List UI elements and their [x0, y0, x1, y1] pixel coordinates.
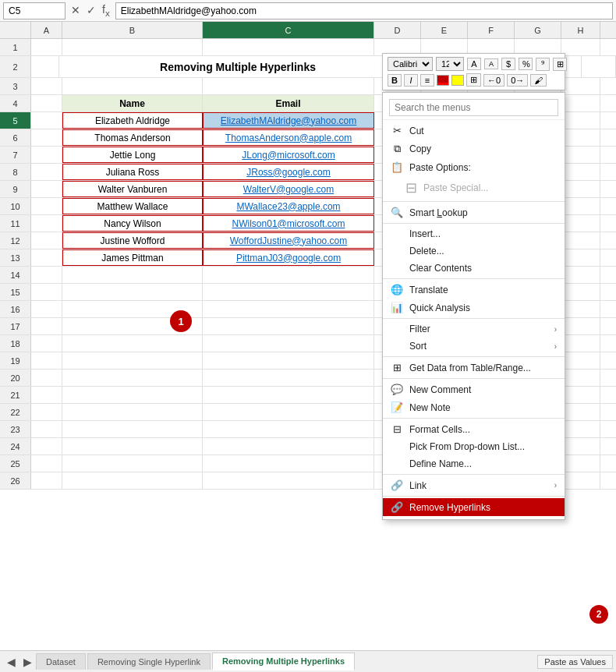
cell-h11[interactable]: [561, 215, 600, 232]
col-header-b[interactable]: B: [62, 22, 203, 38]
cell-a6[interactable]: [31, 129, 62, 146]
cell-c7-email[interactable]: JLong@microsoft.com: [203, 147, 374, 163]
cell-a7[interactable]: [31, 147, 62, 163]
context-menu-new-comment[interactable]: 💬 New Comment: [383, 380, 565, 398]
cell-h5[interactable]: [561, 112, 600, 129]
paste-as-values-button[interactable]: Paste as Values: [537, 655, 613, 669]
sheet-tab-dataset[interactable]: Dataset: [36, 653, 86, 670]
cell-b11-name[interactable]: Nancy Wilson: [62, 215, 203, 232]
cell-h6[interactable]: [561, 129, 600, 146]
cell-a1[interactable]: [31, 39, 62, 55]
cancel-formula-icon[interactable]: ✕: [69, 4, 83, 16]
grow-font-button[interactable]: A: [467, 58, 481, 70]
cell-b8-name[interactable]: Juliana Ross: [62, 164, 203, 180]
percent-button[interactable]: %: [519, 58, 533, 70]
cell-c1[interactable]: [203, 39, 374, 55]
insert-function-icon[interactable]: fx: [100, 3, 112, 18]
cell-c11-email[interactable]: NWilson01@microsoft.com: [203, 215, 374, 232]
context-menu-smart-lookup[interactable]: 🔍 Smart Lookup: [383, 203, 565, 221]
confirm-formula-icon[interactable]: ✓: [84, 4, 98, 16]
col-header-a[interactable]: A: [31, 22, 62, 38]
cell-c3[interactable]: [203, 78, 374, 94]
cell-h8[interactable]: [561, 164, 600, 180]
cell-a11[interactable]: [31, 215, 62, 232]
context-menu-search-input[interactable]: [389, 99, 558, 116]
cell-a3[interactable]: [31, 78, 62, 94]
cell-h13[interactable]: [561, 249, 600, 266]
formula-input[interactable]: [115, 2, 613, 19]
context-menu-get-data[interactable]: ⊞ Get Data from Table/Range...: [383, 359, 565, 377]
cell-c13-email[interactable]: PittmanJ03@google.com: [203, 249, 374, 266]
context-menu-link[interactable]: 🔗 Link ›: [383, 476, 565, 494]
col-header-c[interactable]: C: [203, 22, 374, 38]
sheet-tab-removing-multiple[interactable]: Removing Multiple Hyperlinks: [212, 653, 355, 670]
cell-b12-name[interactable]: Justine Wofford: [62, 232, 203, 249]
cell-c6-email[interactable]: ThomasAnderson@apple.com: [203, 129, 374, 146]
cell-h2[interactable]: [582, 56, 616, 77]
cell-c10-email[interactable]: MWallace23@apple.com: [203, 198, 374, 214]
font-color-box[interactable]: [437, 75, 449, 86]
cell-c9-email[interactable]: WalterV@google.com: [203, 181, 374, 197]
context-menu-paste-special[interactable]: ⊟ Paste Special...: [383, 176, 565, 200]
cell-h9[interactable]: [561, 181, 600, 197]
context-menu-copy[interactable]: ⧉ Copy: [383, 140, 565, 158]
cell-h3[interactable]: [561, 78, 600, 94]
format-table-button[interactable]: ⊞: [553, 58, 567, 71]
cell-b1[interactable]: [62, 39, 203, 55]
context-menu-new-note[interactable]: 📝 New Note: [383, 398, 565, 416]
cell-h1[interactable]: [561, 39, 600, 55]
cell-h10[interactable]: [561, 198, 600, 214]
comma-button[interactable]: ⁹: [536, 58, 550, 71]
cell-c12-email[interactable]: WoffordJustine@yahoo.com: [203, 232, 374, 249]
bold-button[interactable]: B: [388, 74, 402, 87]
cell-a2[interactable]: [31, 56, 59, 77]
decrease-decimal-button[interactable]: ←0: [483, 74, 504, 87]
cell-b7-name[interactable]: Jettie Long: [62, 147, 203, 163]
cell-b5-name[interactable]: Elizabeth Aldridge: [62, 112, 203, 129]
col-header-e[interactable]: E: [421, 22, 468, 38]
context-menu-define-name[interactable]: Define Name...: [383, 455, 565, 472]
cell-b3[interactable]: [62, 78, 203, 94]
cell-a8[interactable]: [31, 164, 62, 180]
tab-nav-left[interactable]: ◀: [3, 656, 19, 668]
col-header-f[interactable]: F: [468, 22, 515, 38]
context-menu-cut[interactable]: ✂ Cut: [383, 122, 565, 140]
cell-b10-name[interactable]: Matthew Wallace: [62, 198, 203, 214]
cell-a4[interactable]: [31, 95, 62, 111]
cell-a12[interactable]: [31, 232, 62, 249]
context-menu-filter[interactable]: Filter ›: [383, 320, 565, 338]
cell-c8-email[interactable]: JRoss@google.com: [203, 164, 374, 180]
highlight-color-box[interactable]: [451, 75, 464, 86]
cell-a5[interactable]: [31, 112, 62, 129]
italic-button[interactable]: I: [404, 74, 418, 87]
context-menu-translate[interactable]: 🌐 Translate: [383, 281, 565, 299]
cell-b9-name[interactable]: Walter Vanburen: [62, 181, 203, 197]
col-header-d[interactable]: D: [374, 22, 421, 38]
cell-c5-email[interactable]: ElizabethMAldridge@yahoo.com: [203, 112, 374, 129]
cell-a13[interactable]: [31, 249, 62, 266]
context-menu-insert[interactable]: Insert...: [383, 225, 565, 242]
align-button[interactable]: ≡: [420, 74, 434, 87]
dollar-button[interactable]: $: [501, 58, 515, 70]
cell-reference-box[interactable]: [3, 2, 65, 19]
context-menu-remove-hyperlinks[interactable]: 🔗 Remove Hyperlinks: [383, 498, 565, 516]
cell-b6-name[interactable]: Thomas Anderson: [62, 129, 203, 146]
increase-decimal-button[interactable]: 0→: [507, 74, 528, 87]
tab-nav-right[interactable]: ▶: [19, 656, 36, 668]
font-name-select[interactable]: Calibri: [388, 57, 433, 71]
cell-b13-name[interactable]: James Pittman: [62, 249, 203, 266]
cell-h7[interactable]: [561, 147, 600, 163]
context-menu-quick-analysis[interactable]: 📊 Quick Analysis: [383, 299, 565, 317]
context-menu-delete[interactable]: Delete...: [383, 242, 565, 260]
paint-bucket-button[interactable]: 🖌: [530, 74, 547, 87]
cell-h12[interactable]: [561, 232, 600, 249]
shrink-font-button[interactable]: A: [484, 58, 498, 69]
cell-a9[interactable]: [31, 181, 62, 197]
col-header-g[interactable]: G: [515, 22, 561, 38]
sheet-tab-removing-single[interactable]: Removing Single Hyperlink: [87, 653, 211, 670]
context-menu-pick-dropdown[interactable]: Pick From Drop-down List...: [383, 438, 565, 455]
context-menu-clear-contents[interactable]: Clear Contents: [383, 260, 565, 277]
cell-h4[interactable]: [561, 95, 600, 111]
font-size-select[interactable]: 12: [436, 57, 464, 71]
context-menu-format-cells[interactable]: ⊟ Format Cells...: [383, 420, 565, 438]
